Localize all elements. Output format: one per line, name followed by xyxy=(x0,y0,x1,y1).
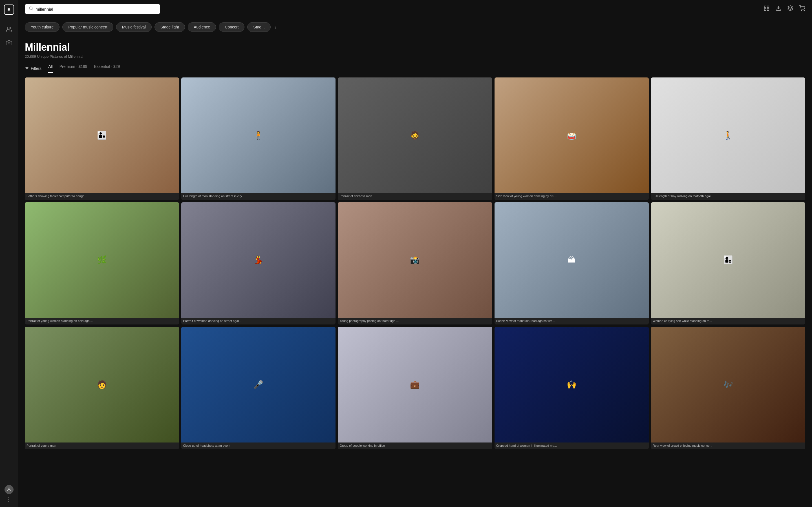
chip-youth-culture[interactable]: Youth culture xyxy=(25,22,59,32)
image-grid-container: 👨‍👦 Fathers showing tablet computer to d… xyxy=(18,73,812,507)
sidebar-bottom: ⋮ xyxy=(4,485,13,503)
search-icon xyxy=(29,6,33,12)
tab-essential[interactable]: Essential · $29 xyxy=(94,64,120,73)
chip-stage-light[interactable]: Stage light xyxy=(154,22,185,32)
image-cell-7[interactable]: 💃 Portrait of woman dancing on street ag… xyxy=(181,202,336,325)
image-cell-3[interactable]: 🧔 Portrait of shirtless man xyxy=(338,77,492,200)
header xyxy=(18,0,812,18)
image-cell-15[interactable]: 🎶 Rear view of crowd enjoying music conc… xyxy=(651,327,805,449)
image-cell-4[interactable]: 🥁 Side view of young woman dancing by dr… xyxy=(495,77,649,200)
svg-rect-5 xyxy=(767,6,769,8)
category-chips: Youth culture Popular music concert Musi… xyxy=(18,18,812,36)
more-options[interactable]: ⋮ xyxy=(6,496,11,503)
filters-button[interactable]: Filters xyxy=(25,66,42,71)
filters-row: Filters All Premium · $199 Essential · $… xyxy=(18,61,812,73)
svg-marker-9 xyxy=(788,6,793,8)
svg-point-1 xyxy=(8,42,10,44)
download-icon[interactable] xyxy=(775,5,781,13)
svg-rect-4 xyxy=(764,6,766,8)
image-grid: 👨‍👦 Fathers showing tablet computer to d… xyxy=(25,77,805,449)
image-cell-6[interactable]: 🌿 Portrait of young woman standing on fi… xyxy=(25,202,179,325)
app-logo[interactable]: E xyxy=(4,4,14,15)
chip-popular-music-concert[interactable]: Popular music concert xyxy=(62,22,113,32)
search-input[interactable] xyxy=(36,7,156,11)
image-cell-11[interactable]: 🧑 Portrait of young man xyxy=(25,327,179,449)
camera-icon[interactable] xyxy=(3,37,15,48)
page-title-area: Millennial 20,889 Unique Pictures of Mil… xyxy=(18,36,812,61)
chip-music-festival[interactable]: Music festival xyxy=(116,22,152,32)
header-icons xyxy=(763,5,805,13)
sidebar-divider xyxy=(5,54,13,54)
image-cell-10[interactable]: 👩‍👦 Woman carrying son while standing on… xyxy=(651,202,805,325)
image-cell-14[interactable]: 🙌 Cropped hand of woman in illuminated m… xyxy=(495,327,649,449)
image-cell-9[interactable]: 🏔 Scenic view of mountain road against s… xyxy=(495,202,649,325)
svg-point-0 xyxy=(7,27,9,29)
cart-icon[interactable] xyxy=(799,5,805,13)
page-subtitle: 20,889 Unique Pictures of Millennial xyxy=(25,54,805,59)
image-cell-12[interactable]: 🎤 Close-up of headshots at an event xyxy=(181,327,336,449)
image-cell-8[interactable]: 📸 Young photography posing on footbridge… xyxy=(338,202,492,325)
chevron-right-icon[interactable]: › xyxy=(273,23,278,32)
tab-all[interactable]: All xyxy=(48,64,53,73)
page-title: Millennial xyxy=(25,41,805,53)
layers-icon[interactable] xyxy=(787,5,794,13)
image-cell-13[interactable]: 💼 Group of people working in office xyxy=(338,327,492,449)
image-cell-5[interactable]: 🚶 Full length of boy walking on footpath… xyxy=(651,77,805,200)
tab-premium[interactable]: Premium · $199 xyxy=(59,64,87,73)
main-content: Youth culture Popular music concert Musi… xyxy=(18,0,812,507)
chip-concert[interactable]: Concert xyxy=(219,22,245,32)
chip-audience[interactable]: Audience xyxy=(188,22,216,32)
layout-toggle-icon[interactable] xyxy=(763,5,770,13)
image-cell-1[interactable]: 👨‍👦 Fathers showing tablet computer to d… xyxy=(25,77,179,200)
svg-rect-7 xyxy=(767,9,769,10)
sidebar: E ⋮ xyxy=(0,0,18,507)
svg-rect-6 xyxy=(764,9,766,10)
user-avatar[interactable] xyxy=(4,485,13,494)
chip-stag[interactable]: Stag... xyxy=(247,22,270,32)
search-bar[interactable] xyxy=(25,4,160,14)
svg-point-10 xyxy=(801,10,802,11)
svg-point-3 xyxy=(29,7,33,10)
people-icon[interactable] xyxy=(3,24,15,35)
svg-point-11 xyxy=(804,10,804,11)
image-cell-2[interactable]: 🧍 Full length of man standing on street … xyxy=(181,77,336,200)
filters-label: Filters xyxy=(31,66,42,71)
